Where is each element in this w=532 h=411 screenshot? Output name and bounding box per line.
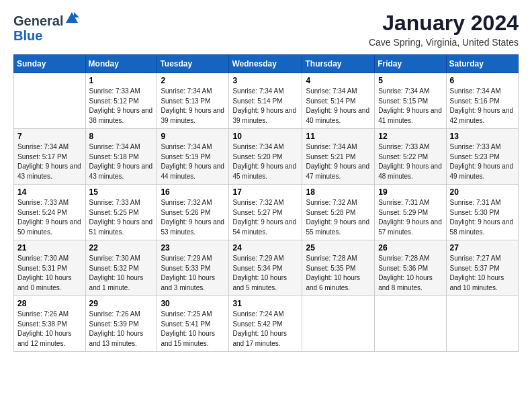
calendar-cell: 24Sunrise: 7:29 AMSunset: 5:34 PMDayligh… — [229, 240, 302, 296]
day-info: Sunrise: 7:34 AMSunset: 5:21 PMDaylight:… — [306, 142, 371, 181]
day-info: Sunrise: 7:34 AMSunset: 5:20 PMDaylight:… — [232, 142, 298, 181]
weekday-header-thursday: Thursday — [302, 55, 375, 73]
day-info: Sunrise: 7:30 AMSunset: 5:32 PMDaylight:… — [89, 254, 154, 293]
day-info: Sunrise: 7:32 AMSunset: 5:28 PMDaylight:… — [306, 198, 371, 237]
calendar-cell: 11Sunrise: 7:34 AMSunset: 5:21 PMDayligh… — [302, 129, 375, 185]
calendar-cell: 17Sunrise: 7:32 AMSunset: 5:27 PMDayligh… — [229, 185, 302, 240]
day-number: 26 — [378, 243, 442, 253]
calendar-cell: 9Sunrise: 7:34 AMSunset: 5:19 PMDaylight… — [157, 129, 229, 185]
day-info: Sunrise: 7:28 AMSunset: 5:35 PMDaylight:… — [306, 254, 371, 293]
calendar-cell: 10Sunrise: 7:34 AMSunset: 5:20 PMDayligh… — [229, 129, 302, 185]
calendar-cell: 16Sunrise: 7:32 AMSunset: 5:26 PMDayligh… — [157, 185, 229, 240]
logo-icon — [64, 11, 79, 26]
title-block: January 2024 Cave Spring, Virginia, Unit… — [369, 11, 519, 48]
day-number: 18 — [306, 187, 371, 197]
day-number: 27 — [450, 243, 515, 253]
day-info: Sunrise: 7:34 AMSunset: 5:15 PMDaylight:… — [378, 87, 442, 126]
svg-marker-1 — [74, 12, 79, 17]
calendar-cell: 29Sunrise: 7:26 AMSunset: 5:39 PMDayligh… — [85, 296, 157, 352]
calendar-cell — [14, 73, 86, 129]
calendar-cell: 15Sunrise: 7:33 AMSunset: 5:25 PMDayligh… — [85, 185, 157, 240]
weekday-header-row: SundayMondayTuesdayWednesdayThursdayFrid… — [14, 55, 519, 73]
day-number: 25 — [306, 243, 371, 253]
day-number: 28 — [17, 299, 82, 308]
weekday-header-saturday: Saturday — [446, 55, 518, 73]
calendar-cell: 2Sunrise: 7:34 AMSunset: 5:13 PMDaylight… — [157, 73, 229, 129]
day-info: Sunrise: 7:31 AMSunset: 5:30 PMDaylight:… — [450, 198, 515, 237]
day-info: Sunrise: 7:33 AMSunset: 5:22 PMDaylight:… — [378, 142, 442, 181]
calendar-cell: 22Sunrise: 7:30 AMSunset: 5:32 PMDayligh… — [85, 240, 157, 296]
day-number: 11 — [306, 132, 371, 141]
day-number: 15 — [89, 187, 154, 197]
day-info: Sunrise: 7:33 AMSunset: 5:23 PMDaylight:… — [450, 142, 515, 181]
day-info: Sunrise: 7:31 AMSunset: 5:29 PMDaylight:… — [378, 198, 442, 237]
day-info: Sunrise: 7:33 AMSunset: 5:24 PMDaylight:… — [17, 198, 82, 237]
calendar-cell: 19Sunrise: 7:31 AMSunset: 5:29 PMDayligh… — [375, 185, 446, 240]
day-info: Sunrise: 7:33 AMSunset: 5:25 PMDaylight:… — [89, 198, 154, 237]
calendar-cell: 14Sunrise: 7:33 AMSunset: 5:24 PMDayligh… — [14, 185, 86, 240]
calendar-week-row: 7Sunrise: 7:34 AMSunset: 5:17 PMDaylight… — [14, 129, 519, 185]
weekday-header-friday: Friday — [375, 55, 446, 73]
month-title: January 2024 — [369, 11, 519, 36]
day-info: Sunrise: 7:30 AMSunset: 5:31 PMDaylight:… — [17, 254, 82, 293]
location-subtitle: Cave Spring, Virginia, United States — [369, 37, 519, 48]
day-info: Sunrise: 7:27 AMSunset: 5:37 PMDaylight:… — [450, 254, 515, 293]
calendar-cell — [302, 296, 375, 352]
day-number: 24 — [232, 243, 298, 253]
day-number: 17 — [232, 187, 298, 197]
calendar-cell: 13Sunrise: 7:33 AMSunset: 5:23 PMDayligh… — [446, 129, 518, 185]
day-number: 22 — [89, 243, 154, 253]
calendar-week-row: 21Sunrise: 7:30 AMSunset: 5:31 PMDayligh… — [14, 240, 519, 296]
calendar-cell: 21Sunrise: 7:30 AMSunset: 5:31 PMDayligh… — [14, 240, 86, 296]
day-number: 5 — [378, 76, 442, 85]
day-number: 21 — [17, 243, 82, 253]
weekday-header-sunday: Sunday — [14, 55, 86, 73]
calendar-cell: 31Sunrise: 7:24 AMSunset: 5:42 PMDayligh… — [229, 296, 302, 352]
calendar-week-row: 1Sunrise: 7:33 AMSunset: 5:12 PMDaylight… — [14, 73, 519, 129]
calendar-table: SundayMondayTuesdayWednesdayThursdayFrid… — [13, 54, 519, 352]
day-info: Sunrise: 7:34 AMSunset: 5:19 PMDaylight:… — [161, 142, 225, 181]
calendar-cell: 20Sunrise: 7:31 AMSunset: 5:30 PMDayligh… — [446, 185, 518, 240]
day-number: 7 — [17, 132, 82, 141]
calendar-cell: 8Sunrise: 7:34 AMSunset: 5:18 PMDaylight… — [85, 129, 157, 185]
day-number: 20 — [450, 187, 515, 197]
calendar-cell — [446, 296, 518, 352]
day-info: Sunrise: 7:32 AMSunset: 5:27 PMDaylight:… — [232, 198, 298, 237]
day-number: 4 — [306, 76, 371, 85]
day-number: 6 — [450, 76, 515, 85]
calendar-cell: 6Sunrise: 7:34 AMSunset: 5:16 PMDaylight… — [446, 73, 518, 129]
calendar-cell: 27Sunrise: 7:27 AMSunset: 5:37 PMDayligh… — [446, 240, 518, 296]
weekday-header-tuesday: Tuesday — [157, 55, 229, 73]
logo-blue: Blue — [13, 28, 42, 43]
page-header: General Blue January 2024 Cave Spring, V… — [13, 11, 519, 48]
calendar-cell: 28Sunrise: 7:26 AMSunset: 5:38 PMDayligh… — [14, 296, 86, 352]
weekday-header-wednesday: Wednesday — [229, 55, 302, 73]
day-number: 14 — [17, 187, 82, 197]
weekday-header-monday: Monday — [85, 55, 157, 73]
calendar-cell: 30Sunrise: 7:25 AMSunset: 5:41 PMDayligh… — [157, 296, 229, 352]
calendar-cell: 5Sunrise: 7:34 AMSunset: 5:15 PMDaylight… — [375, 73, 446, 129]
day-info: Sunrise: 7:34 AMSunset: 5:13 PMDaylight:… — [161, 87, 225, 126]
calendar-cell: 23Sunrise: 7:29 AMSunset: 5:33 PMDayligh… — [157, 240, 229, 296]
day-number: 16 — [161, 187, 225, 197]
calendar-cell: 26Sunrise: 7:28 AMSunset: 5:36 PMDayligh… — [375, 240, 446, 296]
day-number: 1 — [89, 76, 154, 85]
day-number: 30 — [161, 299, 225, 308]
day-info: Sunrise: 7:28 AMSunset: 5:36 PMDaylight:… — [378, 254, 442, 293]
day-number: 9 — [161, 132, 225, 141]
day-number: 29 — [89, 299, 154, 308]
day-info: Sunrise: 7:34 AMSunset: 5:17 PMDaylight:… — [17, 142, 82, 181]
day-info: Sunrise: 7:26 AMSunset: 5:39 PMDaylight:… — [89, 310, 154, 349]
day-info: Sunrise: 7:33 AMSunset: 5:12 PMDaylight:… — [89, 87, 154, 126]
day-number: 8 — [89, 132, 154, 141]
calendar-cell — [375, 296, 446, 352]
day-number: 13 — [450, 132, 515, 141]
logo: General Blue — [13, 11, 79, 43]
day-number: 2 — [161, 76, 225, 85]
logo-general: General — [13, 13, 63, 28]
day-number: 3 — [232, 76, 298, 85]
day-info: Sunrise: 7:34 AMSunset: 5:18 PMDaylight:… — [89, 142, 154, 181]
calendar-week-row: 14Sunrise: 7:33 AMSunset: 5:24 PMDayligh… — [14, 185, 519, 240]
day-number: 23 — [161, 243, 225, 253]
day-number: 10 — [232, 132, 298, 141]
